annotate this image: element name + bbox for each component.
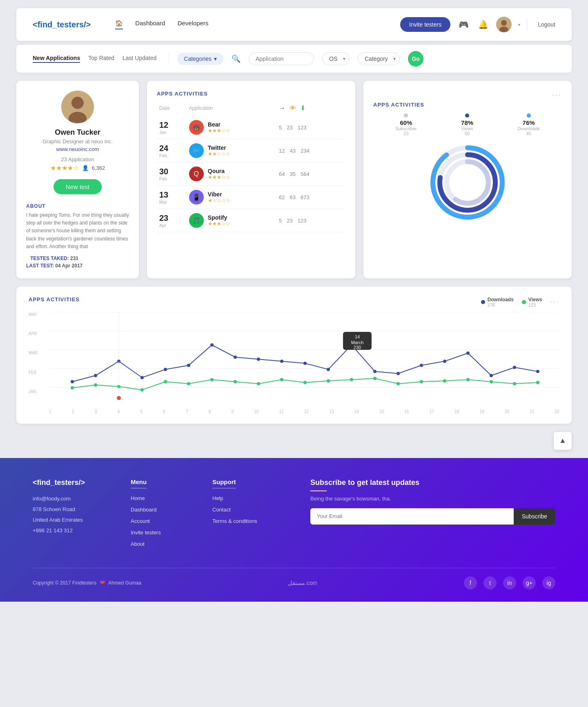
nav-right: Invite testers 🎮 🔔 ▾ Logout (400, 17, 555, 32)
x-axis: 1 2 3 4 5 6 7 8 9 10 11 12 13 14 15 16 1… (49, 408, 559, 414)
svg-point-33 (443, 360, 446, 363)
filter-tabs: New Applications Top Rated Last Updated (33, 55, 156, 63)
app-date-month: Feb (159, 176, 184, 181)
footer-menu-invite[interactable]: Invite testers (131, 529, 161, 536)
tests-taked-label: TESTES TAKED: (30, 256, 69, 261)
profile-website[interactable]: www.neuoinc.com (56, 146, 99, 152)
facebook-icon[interactable]: f (464, 576, 477, 589)
invite-testers-button[interactable]: Invite testers (400, 17, 450, 32)
views-dot (465, 113, 469, 118)
nav-developers[interactable]: Developers (178, 20, 209, 29)
svg-point-27 (303, 362, 307, 365)
app-date-num: 30 (159, 167, 184, 176)
table-row: 13 Mar 📱 Viber ★☆☆☆☆ 62 63 673 (157, 186, 345, 209)
new-test-button[interactable]: New test (53, 179, 102, 194)
os-dropdown[interactable]: OS (322, 52, 350, 65)
filter-bar: New Applications Top Rated Last Updated … (16, 45, 572, 73)
linkedin-icon[interactable]: in (503, 576, 516, 589)
tab-last-updated[interactable]: Last Updated (122, 55, 156, 63)
footer-brand-col: <find_testers/> info@foody.com 878 Schoe… (33, 478, 114, 551)
app-date-month: Jan (159, 130, 184, 135)
footer-site-logo: مستقل.com (288, 580, 317, 586)
footer-support-help[interactable]: Help (212, 495, 223, 501)
table-row: 12 Jan 🐻 Bear ★★★☆☆ 5 23 123 (157, 116, 345, 139)
followers-icon: 👤 (82, 165, 89, 171)
footer-support-contact[interactable]: Contact (212, 507, 231, 513)
svg-point-36 (513, 366, 516, 369)
subscribe-email-input[interactable] (310, 508, 514, 525)
svg-point-45 (234, 380, 237, 383)
user-avatar[interactable] (496, 17, 512, 32)
app-stars: ★★☆☆☆ (208, 151, 230, 157)
go-button[interactable]: Go (408, 51, 423, 67)
subscribe-button[interactable]: Subscribe (514, 508, 555, 525)
app-date-month: Feb. (159, 153, 184, 158)
footer-grid: <find_testers/> info@foody.com 878 Schoe… (33, 478, 555, 551)
svg-point-31 (396, 372, 400, 375)
category-dropdown[interactable]: Category (358, 52, 400, 65)
nav-dashboard[interactable]: Dashboard (135, 20, 165, 29)
svg-point-7 (433, 148, 502, 217)
app-date-num: 23 (159, 213, 184, 223)
svg-point-44 (210, 378, 214, 381)
notification-bell-icon[interactable]: 🔔 (477, 18, 490, 31)
svg-point-43 (187, 382, 190, 385)
instagram-icon[interactable]: ig (542, 576, 555, 589)
twitter-icon[interactable]: t (483, 576, 497, 589)
categories-button[interactable]: Categories ▾ (177, 53, 223, 65)
footer-support-col: Support Help Contact Terms & conditions (212, 478, 294, 551)
footer-menu-home[interactable]: Home (131, 495, 145, 501)
subscriber-dot (404, 113, 408, 118)
profile-avatar (61, 91, 94, 123)
nav-logo: <find_testers/> (33, 20, 91, 29)
googleplus-icon[interactable]: g+ (523, 576, 536, 589)
views-legend-label: Views 123 (528, 297, 542, 307)
svg-point-54 (443, 379, 446, 382)
svg-point-20 (140, 376, 144, 379)
y-label-jan: JAN (29, 389, 38, 394)
nav-home[interactable]: 🏠 (115, 20, 123, 29)
logout-button[interactable]: Logout (538, 21, 555, 28)
tab-top-rated[interactable]: Top Rated (88, 55, 114, 63)
footer-support-terms[interactable]: Terms & conditions (212, 518, 257, 524)
footer-menu-account[interactable]: Account (131, 518, 150, 524)
footer-phone: +996 21 143 312 (33, 525, 114, 536)
footer-menu-dashboard[interactable]: Dashboard (131, 507, 157, 513)
svg-point-51 (373, 377, 376, 380)
scroll-top-button[interactable]: ▲ (554, 432, 572, 450)
app-date-num: 24 (159, 144, 184, 153)
donut-wrap (373, 142, 562, 223)
subscriber-value: 60% (400, 119, 412, 126)
downloads-value: 76% (523, 119, 535, 126)
profile-stats: TESTES TAKED: 231 LAST TEST: 04 Apr 2017 (26, 256, 82, 269)
svg-point-46 (257, 382, 260, 385)
apps-table-card: APPS ACTIVITIES Date Application → 👁 ⬇ (147, 81, 355, 278)
app-stars: ★★★☆☆ (208, 128, 230, 133)
tab-new-applications[interactable]: New Applications (33, 55, 80, 63)
svg-point-64 (117, 396, 121, 400)
about-heading: ABOUT (26, 203, 46, 209)
expand-icon: ▾ (518, 22, 520, 27)
app-name: Qoura (208, 168, 230, 174)
svg-point-47 (280, 378, 283, 381)
search-icon[interactable]: 🔍 (232, 54, 241, 63)
svg-point-37 (536, 370, 539, 373)
navbar: <find_testers/> 🏠 Dashboard Developers I… (16, 8, 572, 41)
last-test-value: 04 Apr 2017 (55, 263, 82, 269)
app-icon: 🐦 (189, 143, 204, 158)
footer-address: 878 Schoen RoadUnited Arab Emirates (33, 504, 114, 525)
donut-svg (427, 142, 508, 223)
search-input[interactable] (249, 52, 314, 65)
download-icon: ⬇ (300, 104, 305, 112)
svg-point-48 (303, 381, 307, 384)
app-icon: 🐻 (189, 120, 204, 135)
legend-downloads: 76% Downloads 45 (517, 113, 539, 136)
svg-text:14: 14 (355, 334, 360, 339)
footer-menu-about[interactable]: About (131, 541, 145, 547)
filter-divider (169, 53, 169, 65)
arrow-icon: → (279, 104, 285, 112)
app-date-num: 12 (159, 120, 184, 130)
about-text: I hate peeping Toms. For one thing they … (26, 211, 129, 251)
game-controller-icon[interactable]: 🎮 (457, 18, 470, 31)
app-date-month: Apr (159, 223, 184, 228)
